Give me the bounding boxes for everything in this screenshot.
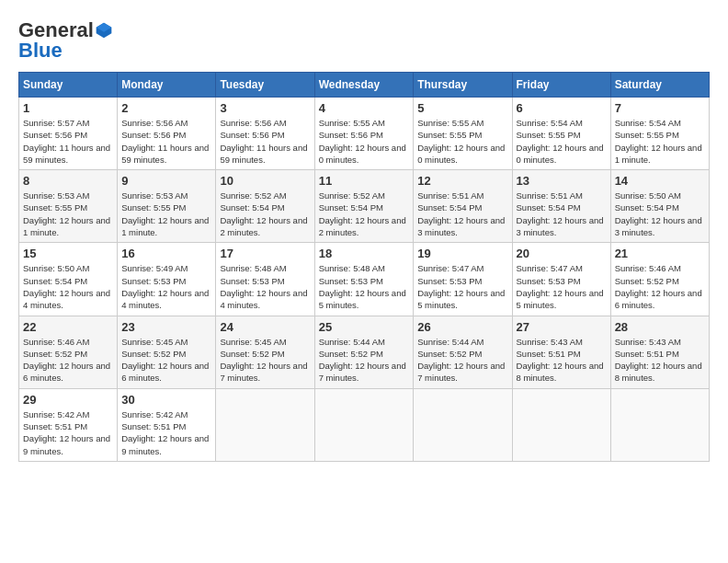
day-number: 17	[220, 247, 310, 260]
day-info: Sunrise: 5:48 AM Sunset: 5:53 PM Dayligh…	[319, 262, 410, 311]
day-cell-6: 6 Sunrise: 5:54 AM Sunset: 5:55 PM Dayli…	[512, 98, 610, 170]
day-info: Sunrise: 5:55 AM Sunset: 5:56 PM Dayligh…	[319, 117, 410, 166]
day-info: Sunrise: 5:42 AM Sunset: 5:51 PM Dayligh…	[121, 408, 211, 457]
sunrise-label: Sunrise: 5:51 AM	[517, 190, 583, 201]
sunset-label: Sunset: 5:51 PM	[517, 349, 581, 359]
sunset-label: Sunset: 5:56 PM	[23, 130, 87, 140]
day-info: Sunrise: 5:54 AM Sunset: 5:55 PM Dayligh…	[517, 117, 607, 166]
daylight-label: Daylight: 12 hours and 7 minutes.	[417, 361, 505, 383]
day-info: Sunrise: 5:56 AM Sunset: 5:56 PM Dayligh…	[121, 117, 211, 166]
sunrise-label: Sunrise: 5:55 AM	[417, 118, 483, 128]
day-number: 29	[23, 393, 113, 407]
daylight-label: Daylight: 12 hours and 1 minute.	[23, 215, 110, 237]
day-number: 4	[319, 101, 410, 115]
day-info: Sunrise: 5:49 AM Sunset: 5:53 PM Dayligh…	[121, 262, 211, 311]
calendar-week-5: 29 Sunrise: 5:42 AM Sunset: 5:51 PM Dayl…	[19, 388, 710, 461]
day-cell-26: 26 Sunrise: 5:44 AM Sunset: 5:52 PM Dayl…	[414, 316, 512, 388]
day-cell-25: 25 Sunrise: 5:44 AM Sunset: 5:52 PM Dayl…	[314, 316, 414, 388]
sunset-label: Sunset: 5:52 PM	[417, 349, 482, 359]
day-number: 21	[615, 247, 705, 260]
day-info: Sunrise: 5:53 AM Sunset: 5:55 PM Dayligh…	[121, 190, 211, 238]
day-cell-17: 17 Sunrise: 5:48 AM Sunset: 5:53 PM Dayl…	[216, 243, 314, 316]
daylight-label: Daylight: 12 hours and 2 minutes.	[319, 215, 406, 237]
daylight-label: Daylight: 12 hours and 9 minutes.	[23, 433, 110, 455]
day-number: 16	[121, 247, 211, 260]
column-header-tuesday: Tuesday	[216, 73, 314, 98]
sunrise-label: Sunrise: 5:47 AM	[417, 263, 483, 273]
day-info: Sunrise: 5:51 AM Sunset: 5:54 PM Dayligh…	[517, 190, 607, 238]
sunrise-label: Sunrise: 5:48 AM	[220, 263, 286, 273]
sunrise-label: Sunrise: 5:57 AM	[23, 118, 89, 128]
sunrise-label: Sunrise: 5:48 AM	[319, 263, 385, 273]
day-number: 3	[220, 101, 310, 115]
day-cell-30: 30 Sunrise: 5:42 AM Sunset: 5:51 PM Dayl…	[118, 388, 216, 461]
sunset-label: Sunset: 5:51 PM	[121, 421, 186, 431]
day-info: Sunrise: 5:46 AM Sunset: 5:52 PM Dayligh…	[23, 336, 113, 385]
sunset-label: Sunset: 5:53 PM	[417, 276, 482, 286]
day-cell-2: 2 Sunrise: 5:56 AM Sunset: 5:56 PM Dayli…	[118, 98, 216, 170]
day-info: Sunrise: 5:43 AM Sunset: 5:51 PM Dayligh…	[517, 336, 607, 385]
day-info: Sunrise: 5:50 AM Sunset: 5:54 PM Dayligh…	[23, 262, 113, 311]
sunset-label: Sunset: 5:53 PM	[220, 276, 284, 286]
day-cell-20: 20 Sunrise: 5:47 AM Sunset: 5:53 PM Dayl…	[512, 243, 610, 316]
empty-cell	[216, 388, 314, 461]
day-cell-29: 29 Sunrise: 5:42 AM Sunset: 5:51 PM Dayl…	[19, 388, 118, 461]
day-number: 24	[220, 320, 310, 334]
day-cell-21: 21 Sunrise: 5:46 AM Sunset: 5:52 PM Dayl…	[610, 243, 709, 316]
sunrise-label: Sunrise: 5:42 AM	[23, 409, 89, 419]
daylight-label: Daylight: 12 hours and 3 minutes.	[615, 215, 702, 237]
sunrise-label: Sunrise: 5:43 AM	[517, 337, 583, 347]
day-cell-9: 9 Sunrise: 5:53 AM Sunset: 5:55 PM Dayli…	[118, 170, 216, 243]
sunrise-label: Sunrise: 5:54 AM	[517, 118, 583, 128]
day-number: 8	[23, 174, 113, 188]
day-number: 12	[417, 174, 507, 188]
calendar-header-row: SundayMondayTuesdayWednesdayThursdayFrid…	[19, 73, 710, 98]
day-info: Sunrise: 5:50 AM Sunset: 5:54 PM Dayligh…	[615, 190, 705, 238]
day-cell-23: 23 Sunrise: 5:45 AM Sunset: 5:52 PM Dayl…	[118, 316, 216, 388]
sunset-label: Sunset: 5:52 PM	[23, 349, 87, 359]
daylight-label: Daylight: 12 hours and 0 minutes.	[319, 143, 406, 165]
day-info: Sunrise: 5:51 AM Sunset: 5:54 PM Dayligh…	[417, 190, 507, 238]
column-header-sunday: Sunday	[19, 73, 118, 98]
sunset-label: Sunset: 5:53 PM	[319, 276, 383, 286]
day-cell-11: 11 Sunrise: 5:52 AM Sunset: 5:54 PM Dayl…	[314, 170, 414, 243]
day-info: Sunrise: 5:57 AM Sunset: 5:56 PM Dayligh…	[23, 117, 113, 166]
calendar-week-2: 8 Sunrise: 5:53 AM Sunset: 5:55 PM Dayli…	[19, 170, 710, 243]
sunrise-label: Sunrise: 5:46 AM	[23, 337, 89, 347]
daylight-label: Daylight: 12 hours and 8 minutes.	[517, 361, 604, 383]
sunset-label: Sunset: 5:54 PM	[615, 202, 679, 213]
day-cell-14: 14 Sunrise: 5:50 AM Sunset: 5:54 PM Dayl…	[610, 170, 709, 243]
daylight-label: Daylight: 12 hours and 7 minutes.	[319, 361, 406, 383]
day-info: Sunrise: 5:47 AM Sunset: 5:53 PM Dayligh…	[517, 262, 607, 311]
sunrise-label: Sunrise: 5:46 AM	[615, 263, 681, 273]
sunrise-label: Sunrise: 5:42 AM	[121, 409, 188, 419]
daylight-label: Daylight: 12 hours and 3 minutes.	[517, 215, 604, 237]
daylight-label: Daylight: 12 hours and 2 minutes.	[220, 215, 307, 237]
sunrise-label: Sunrise: 5:56 AM	[220, 118, 286, 128]
day-info: Sunrise: 5:47 AM Sunset: 5:53 PM Dayligh…	[417, 262, 507, 311]
daylight-label: Daylight: 12 hours and 3 minutes.	[417, 215, 505, 237]
day-number: 2	[121, 101, 211, 115]
day-number: 26	[417, 320, 507, 334]
calendar-week-3: 15 Sunrise: 5:50 AM Sunset: 5:54 PM Dayl…	[19, 243, 710, 316]
sunrise-label: Sunrise: 5:56 AM	[121, 118, 188, 128]
daylight-label: Daylight: 12 hours and 4 minutes.	[121, 288, 209, 310]
sunrise-label: Sunrise: 5:52 AM	[220, 190, 286, 201]
daylight-label: Daylight: 12 hours and 5 minutes.	[319, 288, 406, 310]
daylight-label: Daylight: 11 hours and 59 minutes.	[220, 143, 307, 165]
day-info: Sunrise: 5:43 AM Sunset: 5:51 PM Dayligh…	[615, 336, 705, 385]
calendar-week-4: 22 Sunrise: 5:46 AM Sunset: 5:52 PM Dayl…	[19, 316, 710, 388]
day-cell-5: 5 Sunrise: 5:55 AM Sunset: 5:55 PM Dayli…	[414, 98, 512, 170]
sunset-label: Sunset: 5:52 PM	[121, 349, 186, 359]
column-header-monday: Monday	[118, 73, 216, 98]
sunrise-label: Sunrise: 5:51 AM	[417, 190, 483, 201]
daylight-label: Daylight: 12 hours and 1 minute.	[615, 143, 702, 165]
calendar-table: SundayMondayTuesdayWednesdayThursdayFrid…	[18, 72, 710, 462]
sunset-label: Sunset: 5:51 PM	[23, 421, 87, 431]
page-header: General Blue	[18, 18, 710, 63]
sunset-label: Sunset: 5:55 PM	[517, 130, 581, 140]
sunset-label: Sunset: 5:54 PM	[220, 202, 284, 213]
daylight-label: Daylight: 12 hours and 1 minute.	[121, 215, 209, 237]
daylight-label: Daylight: 12 hours and 4 minutes.	[220, 288, 307, 310]
sunset-label: Sunset: 5:55 PM	[23, 202, 87, 213]
